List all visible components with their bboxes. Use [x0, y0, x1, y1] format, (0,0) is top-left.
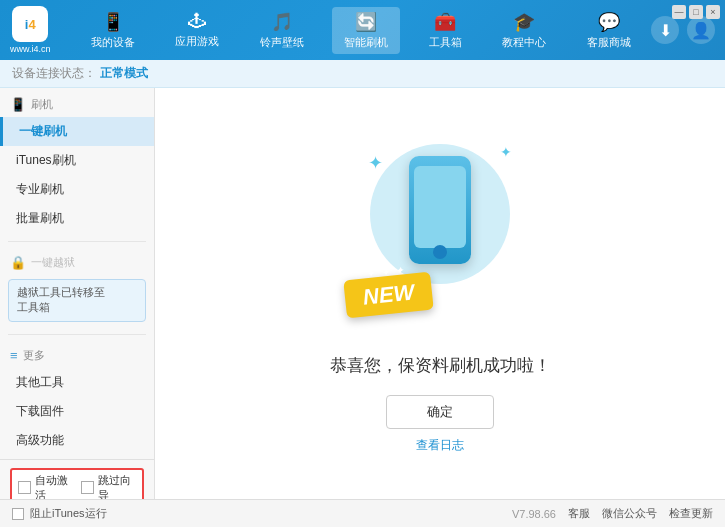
nav-service-label: 客服商城 — [587, 35, 631, 50]
tutorial-icon: 🎓 — [513, 11, 535, 33]
sidebar-item-advanced[interactable]: 高级功能 — [0, 426, 154, 455]
stop-itunes-checkbox[interactable] — [12, 508, 24, 520]
more-section: ≡ 更多 其他工具 下载固件 高级功能 — [0, 339, 154, 459]
nav-smart-flash-label: 智能刷机 — [344, 35, 388, 50]
jailbreak-notice: 越狱工具已转移至工具箱 — [8, 279, 146, 322]
batch-flash-label: 批量刷机 — [16, 211, 64, 225]
device-icon: 📱 — [102, 11, 124, 33]
check-update-link[interactable]: 检查更新 — [669, 506, 713, 521]
header: i4 www.i4.cn 📱 我的设备 🕹 应用游戏 🎵 铃声壁纸 🔄 智能刷机 — [0, 0, 725, 60]
more-icon: ≡ — [10, 348, 18, 363]
sidebar-item-download-firmware[interactable]: 下载固件 — [0, 397, 154, 426]
sparkle-left: ✦ — [368, 152, 383, 174]
maximize-button[interactable]: □ — [689, 5, 703, 19]
phone-home-button — [433, 245, 447, 259]
header-actions: ⬇ 👤 — [651, 16, 715, 44]
user-button[interactable]: 👤 — [687, 16, 715, 44]
new-badge-text: NEW — [362, 279, 416, 309]
nav-tutorial[interactable]: 🎓 教程中心 — [490, 7, 558, 54]
jailbreak-notice-text: 越狱工具已转移至工具箱 — [17, 286, 105, 313]
version-text: V7.98.66 — [512, 508, 556, 520]
app-icon: 🕹 — [188, 11, 206, 32]
main-panel: ✦ ✦ ✦ ✦ ✦ NEW 恭喜您，保资料刷机成功啦！ 确定 查看日志 — [155, 88, 725, 499]
logo-icon: i4 — [12, 6, 48, 42]
success-text: 恭喜您，保资料刷机成功啦！ — [330, 354, 551, 377]
flash-section: 📱 刷机 一键刷机 iTunes刷机 专业刷机 批量刷机 — [0, 88, 154, 237]
skip-guide-label: 跳过向导 — [98, 473, 136, 499]
toolbox-icon: 🧰 — [434, 11, 456, 33]
nav-app-game[interactable]: 🕹 应用游戏 — [163, 7, 231, 54]
flash-icon: 🔄 — [355, 11, 377, 33]
badge-stars: ✦ ✦ ✦ — [366, 266, 406, 279]
sidebar-divider-1 — [8, 241, 146, 242]
logo: i4 www.i4.cn — [10, 6, 51, 54]
nav-tutorial-label: 教程中心 — [502, 35, 546, 50]
auto-options-row: 自动激活 跳过向导 — [10, 468, 144, 499]
sidebar-item-itunes-flash[interactable]: iTunes刷机 — [0, 146, 154, 175]
sidebar-item-other-tools[interactable]: 其他工具 — [0, 368, 154, 397]
jailbreak-header: 🔒 一键越狱 — [0, 250, 154, 275]
itunes-flash-label: iTunes刷机 — [16, 153, 76, 167]
download-firmware-label: 下载固件 — [16, 404, 64, 418]
stop-itunes-label: 阻止iTunes运行 — [30, 506, 107, 521]
flash-group-header: 📱 刷机 — [0, 92, 154, 117]
flash-group-icon: 📱 — [10, 97, 26, 112]
nav-app-label: 应用游戏 — [175, 34, 219, 49]
status-bar: 设备连接状态： 正常模式 — [0, 60, 725, 88]
nav-my-device-label: 我的设备 — [91, 35, 135, 50]
ringtone-icon: 🎵 — [271, 11, 293, 33]
logo-text: www.i4.cn — [10, 44, 51, 54]
footer: 阻止iTunes运行 V7.98.66 客服 微信公众号 检查更新 — [0, 499, 725, 527]
flash-group-label: 刷机 — [31, 97, 53, 112]
lock-icon: 🔒 — [10, 255, 26, 270]
phone-screen — [414, 166, 466, 248]
more-label: 更多 — [23, 348, 45, 363]
pro-flash-label: 专业刷机 — [16, 182, 64, 196]
sidebar-item-batch-flash[interactable]: 批量刷机 — [0, 204, 154, 233]
service-icon: 💬 — [598, 11, 620, 33]
nav-smart-flash[interactable]: 🔄 智能刷机 — [332, 7, 400, 54]
sidebar-bottom: 自动激活 跳过向导 📱 iPhone 15 Pro Max 512GB iPho… — [0, 459, 154, 499]
advanced-label: 高级功能 — [16, 433, 64, 447]
sidebar-item-one-click-flash[interactable]: 一键刷机 — [0, 117, 154, 146]
sparkle-right: ✦ — [500, 144, 512, 160]
one-click-flash-label: 一键刷机 — [19, 124, 67, 138]
nav-toolbox-label: 工具箱 — [429, 35, 462, 50]
nav-service[interactable]: 💬 客服商城 — [575, 7, 643, 54]
status-prefix: 设备连接状态： — [12, 65, 96, 82]
main-content: 📱 刷机 一键刷机 iTunes刷机 专业刷机 批量刷机 — [0, 88, 725, 499]
minimize-button[interactable]: — — [672, 5, 686, 19]
success-illustration: ✦ ✦ ✦ ✦ ✦ NEW — [340, 134, 540, 344]
more-header: ≡ 更多 — [0, 343, 154, 368]
nav-ringtone[interactable]: 🎵 铃声壁纸 — [248, 7, 316, 54]
view-log-button[interactable]: 查看日志 — [416, 437, 464, 454]
phone-body — [409, 156, 471, 264]
nav-my-device[interactable]: 📱 我的设备 — [79, 7, 147, 54]
footer-left: 阻止iTunes运行 — [12, 506, 107, 521]
download-button[interactable]: ⬇ — [651, 16, 679, 44]
close-button[interactable]: × — [706, 5, 720, 19]
skip-guide-checkbox[interactable] — [81, 481, 94, 494]
sidebar-divider-2 — [8, 334, 146, 335]
new-badge: ✦ ✦ ✦ NEW — [343, 271, 434, 318]
nav-ringtone-label: 铃声壁纸 — [260, 35, 304, 50]
status-value: 正常模式 — [100, 65, 148, 82]
customer-service-link[interactable]: 客服 — [568, 506, 590, 521]
sidebar: 📱 刷机 一键刷机 iTunes刷机 专业刷机 批量刷机 — [0, 88, 155, 499]
footer-right: V7.98.66 客服 微信公众号 检查更新 — [512, 506, 713, 521]
auto-activate-label: 自动激活 — [35, 473, 73, 499]
other-tools-label: 其他工具 — [16, 375, 64, 389]
wechat-link[interactable]: 微信公众号 — [602, 506, 657, 521]
nav-toolbox[interactable]: 🧰 工具箱 — [417, 7, 474, 54]
sidebar-item-pro-flash[interactable]: 专业刷机 — [0, 175, 154, 204]
jailbreak-label: 一键越狱 — [31, 255, 75, 270]
jailbreak-section: 🔒 一键越狱 越狱工具已转移至工具箱 — [0, 246, 154, 330]
confirm-button[interactable]: 确定 — [386, 395, 494, 429]
auto-activate-checkbox[interactable] — [18, 481, 31, 494]
nav-bar: 📱 我的设备 🕹 应用游戏 🎵 铃声壁纸 🔄 智能刷机 🧰 工具箱 🎓 — [71, 7, 651, 54]
